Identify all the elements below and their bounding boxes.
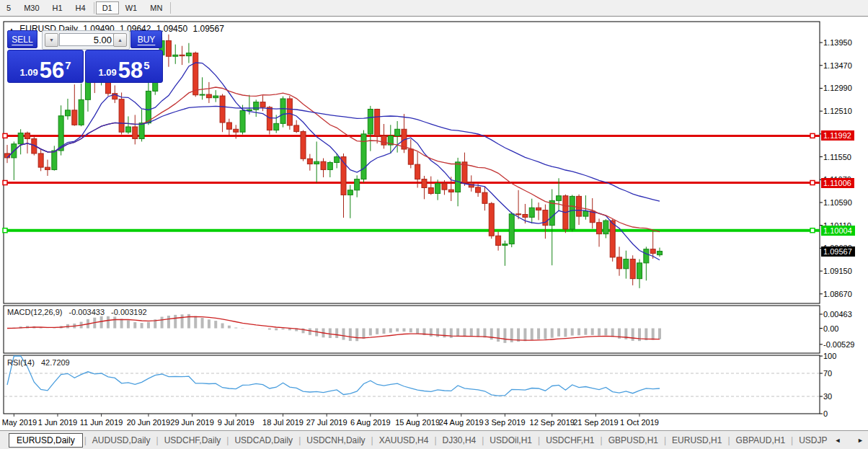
volume-field[interactable]: 5.00 <box>59 33 115 46</box>
tab-separator: | <box>726 435 731 445</box>
sma-50-line <box>7 106 660 201</box>
price-axis-tick: 1.10590 <box>823 198 852 207</box>
chart-tab-USDJP[interactable]: USDJP <box>794 433 831 448</box>
macd-signal-line <box>7 316 660 340</box>
tab-separator: | <box>599 435 604 445</box>
tab-separator: | <box>536 435 541 445</box>
chart-tab-GBPUSD-H1[interactable]: GBPUSD,H1 <box>604 433 663 448</box>
rsi-name: RSI(14) <box>7 358 35 367</box>
rsi-axis-tick: 100 <box>823 352 836 360</box>
sell-price-box[interactable]: 1.09 56 7 <box>7 50 84 83</box>
chevron-down-icon: ▼ <box>49 37 54 43</box>
current-price-label: 1.09567 <box>821 246 855 257</box>
tab-separator: | <box>155 435 160 445</box>
buy-price-box[interactable]: 1.09 58 5 <box>85 50 163 83</box>
rsi-axis-tick: 30 <box>823 392 832 401</box>
date-axis-label: 1 Oct 2019 <box>607 418 672 427</box>
tab-separator: | <box>83 435 88 445</box>
chart-tab-USDCNH-Daily[interactable]: USDCNH,Daily <box>302 433 369 448</box>
chart-tab-USDCHF-H1[interactable]: USDCHF,H1 <box>541 433 598 448</box>
tab-separator: | <box>433 435 438 445</box>
price-axis-tick: 1.09150 <box>823 267 852 275</box>
chart-tab-USDCAD-Daily[interactable]: USDCAD,Daily <box>230 433 297 448</box>
hline-price-label[interactable]: 1.11992 <box>821 130 854 141</box>
tab-separator: | <box>297 435 302 445</box>
chart-tab-bar: EURUSD,Daily|AUDUSD,Daily|USDCHF,Daily|U… <box>0 430 868 449</box>
tab-separator: | <box>225 435 230 445</box>
ohlc-close: 1.09567 <box>193 24 224 34</box>
chart-tab-EURUSD-H1[interactable]: EURUSD,H1 <box>668 433 726 448</box>
rsi-axis-tick: 70 <box>823 369 832 378</box>
buy-button[interactable]: BUY <box>130 30 162 48</box>
macd-layer <box>7 314 660 343</box>
buy-price-pip: 5 <box>143 59 149 71</box>
chart-tab-USDOil-H1[interactable]: USDOil,H1 <box>485 433 536 448</box>
volume-down-button[interactable]: ▼ <box>45 33 58 47</box>
macd-value-signal: -0.003192 <box>111 308 147 316</box>
price-axis-tick: 1.13950 <box>823 38 852 47</box>
hline-handle[interactable] <box>3 133 7 138</box>
volume-up-button[interactable]: ▲ <box>113 33 127 47</box>
price-axis-tick: 1.12510 <box>823 107 852 115</box>
price-axis-tick: 1.12990 <box>823 84 852 92</box>
price-axis-tick: 1.11550 <box>823 153 851 161</box>
mt4-window: 5M30H1H4D1W1MN ▲ EURUSD,Daily 1.09490 1.… <box>0 0 868 449</box>
chart-tab-DJ30-H4[interactable]: DJ30,H4 <box>438 433 481 448</box>
macd-axis-tick: 0.00 <box>823 324 838 333</box>
sell-price-main: 56 <box>40 61 64 80</box>
price-axis-tick: 1.13470 <box>823 61 852 70</box>
hline-handle[interactable] <box>810 181 815 185</box>
macd-indicator-label: MACD(12,26,9) -0.003433 -0.003192 <box>7 308 151 316</box>
sell-price-prefix: 1.09 <box>19 67 37 78</box>
macd-axis-tick: -0.00529 <box>823 340 854 349</box>
chart-tab-EURUSD-Daily[interactable]: EURUSD,Daily <box>9 433 83 448</box>
tab-separator: | <box>789 435 794 445</box>
rsi-indicator-label: RSI(14) 42.7209 <box>7 358 74 367</box>
macd-axis-tick: 0.00463 <box>823 310 852 319</box>
hline-handle[interactable] <box>810 228 815 233</box>
rsi-axis-tick: 0 <box>823 409 828 418</box>
chart-tab-GBPAUD-H1[interactable]: GBPAUD,H1 <box>732 433 789 448</box>
chart-tab-USDCHF-Daily[interactable]: USDCHF,Daily <box>160 433 226 448</box>
buy-price-prefix: 1.09 <box>98 67 116 78</box>
tab-separator: | <box>663 435 668 445</box>
volume-spinner: ▼ 5.00 ▲ <box>42 30 130 50</box>
buy-price-main: 58 <box>118 61 143 80</box>
chart-tab-XAUUSD-H4[interactable]: XAUUSD,H4 <box>375 433 433 448</box>
hline-handle[interactable] <box>3 181 7 185</box>
chevron-up-icon: ▲ <box>118 37 123 43</box>
tabs-scroll-left-icon[interactable]: ◄ <box>832 437 844 444</box>
rsi-line <box>7 356 660 396</box>
macd-name: MACD(12,26,9) <box>7 308 62 316</box>
hline-price-label[interactable]: 1.11006 <box>821 178 854 188</box>
rsi-level-lines <box>4 373 819 396</box>
chart-tab-AUDUSD-Daily[interactable]: AUDUSD,Daily <box>88 433 155 448</box>
macd-value-main: -0.003433 <box>68 308 105 316</box>
hline-price-label[interactable]: 1.10004 <box>821 226 855 236</box>
tabs-scroll-right-icon[interactable]: ► <box>854 437 868 444</box>
tab-separator: | <box>480 435 485 445</box>
price-axis-tick: 1.08670 <box>823 290 852 298</box>
one-click-trading-panel: SELL ▼ 5.00 ▲ BUY 1.09 56 7 1.09 58 5 <box>7 30 161 79</box>
sell-button[interactable]: SELL <box>7 30 37 48</box>
hline-handle[interactable] <box>3 228 7 233</box>
sma-21-line <box>7 87 660 232</box>
rsi-layer <box>7 356 660 396</box>
hline-handle[interactable] <box>810 133 815 138</box>
sell-price-pip: 7 <box>65 59 71 71</box>
tab-separator: | <box>370 435 375 445</box>
rsi-value: 42.7209 <box>41 358 70 367</box>
